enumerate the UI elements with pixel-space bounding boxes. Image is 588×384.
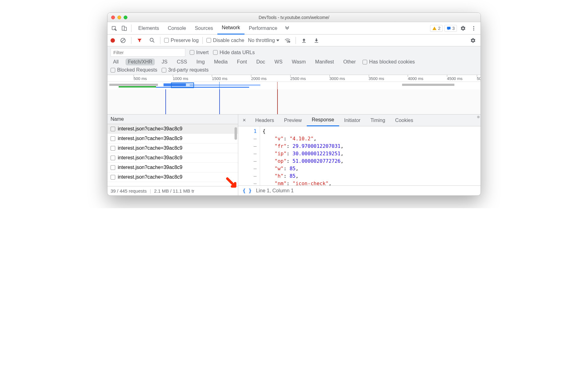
network-settings-icon[interactable]: [469, 36, 477, 45]
warnings-count: 2: [438, 26, 440, 31]
pretty-print-button[interactable]: { }: [243, 188, 252, 194]
svg-point-8: [150, 38, 153, 41]
kebab-menu-icon[interactable]: [469, 24, 478, 33]
messages-count: 3: [452, 26, 455, 31]
line-gutter: 1 –––– ––––: [238, 126, 260, 185]
file-icon: [111, 146, 115, 151]
inspect-icon[interactable]: [110, 24, 119, 33]
network-toolbar: Preserve log Disable cache No throttling: [107, 35, 481, 46]
cursor-position: Line 1, Column 1: [256, 188, 294, 194]
request-row[interactable]: interest.json?cache=39ac8c9: [107, 134, 238, 143]
detail-tab-cookies[interactable]: Cookies: [390, 115, 418, 126]
requests-status: 39 / 445 requests | 2.1 MB / 11.1 MB tr: [107, 186, 238, 195]
preserve-log-checkbox[interactable]: Preserve log: [164, 38, 199, 43]
network-conditions-icon[interactable]: [283, 36, 292, 45]
record-button[interactable]: [111, 38, 115, 43]
request-row[interactable]: interest.json?cache=39ac8c9: [107, 153, 238, 163]
request-row[interactable]: interest.json?cache=39ac8c9: [107, 163, 238, 172]
svg-rect-3: [447, 27, 451, 29]
detail-panel: × Headers Preview Response Initiator Tim…: [238, 115, 481, 195]
filter-type-ws[interactable]: WS: [272, 59, 285, 65]
timeline-overview[interactable]: 500 ms 1000 ms 1500 ms 2000 ms 2500 ms 3…: [107, 75, 481, 115]
hide-data-urls-checkbox[interactable]: Hide data URLs: [213, 50, 255, 55]
filter-type-other[interactable]: Other: [341, 59, 358, 65]
svg-point-4: [473, 26, 474, 27]
file-icon: [111, 175, 115, 180]
filter-type-wasm[interactable]: Wasm: [289, 59, 308, 65]
tab-performance[interactable]: Performance: [244, 22, 282, 35]
bottom-split: Name interest.json?cache=39ac8c9 interes…: [107, 115, 481, 195]
filter-type-js[interactable]: JS: [159, 59, 170, 65]
filter-type-doc[interactable]: Doc: [254, 59, 268, 65]
detail-tab-headers[interactable]: Headers: [250, 115, 279, 126]
invert-checkbox[interactable]: Invert: [190, 50, 209, 55]
svg-point-9: [287, 41, 287, 42]
file-icon: [111, 156, 115, 160]
request-row[interactable]: interest.json?cache=39ac8c9: [107, 172, 238, 182]
tab-console[interactable]: Console: [164, 22, 191, 35]
window: DevTools - tv.youtube.com/welcome/ Eleme…: [107, 12, 481, 196]
more-tabs-icon[interactable]: [283, 24, 292, 33]
filter-type-font[interactable]: Font: [235, 59, 249, 65]
file-icon: [111, 136, 115, 141]
status-transfer: 2.1 MB / 11.1 MB tr: [154, 188, 194, 194]
download-har-icon[interactable]: [312, 36, 321, 45]
svg-rect-2: [124, 27, 126, 30]
tab-elements[interactable]: Elements: [134, 22, 164, 35]
window-title: DevTools - tv.youtube.com/welcome/: [107, 15, 481, 20]
filter-type-all[interactable]: All: [111, 59, 121, 65]
request-row[interactable]: interest.json?cache=39ac8c9: [107, 143, 238, 153]
tab-sources[interactable]: Sources: [190, 22, 217, 35]
filter-type-img[interactable]: Img: [194, 59, 207, 65]
settings-icon[interactable]: [459, 24, 467, 33]
tab-network[interactable]: Network: [217, 22, 244, 35]
filter-input[interactable]: [111, 48, 185, 57]
messages-badge[interactable]: 3: [444, 25, 457, 32]
svg-rect-11: [302, 42, 306, 43]
filter-type-manifest[interactable]: Manifest: [313, 59, 336, 65]
filter-type-fetchxhr[interactable]: Fetch/XHR: [126, 59, 155, 65]
clear-button[interactable]: [119, 36, 127, 45]
svg-point-6: [473, 29, 474, 30]
detail-status: { } Line 1, Column 1: [238, 185, 481, 195]
detail-tab-response[interactable]: Response: [307, 115, 339, 126]
upload-har-icon[interactable]: [300, 36, 308, 45]
requests-header: Name: [107, 115, 238, 124]
device-toggle-icon[interactable]: [120, 24, 129, 33]
panel-tabs: Elements Console Sources Network Perform…: [134, 22, 282, 35]
blocked-requests-checkbox[interactable]: Blocked Requests: [111, 67, 157, 73]
file-icon: [111, 127, 115, 131]
svg-rect-12: [315, 42, 318, 43]
requests-list[interactable]: interest.json?cache=39ac8c9 interest.jso…: [107, 124, 238, 186]
disable-cache-checkbox[interactable]: Disable cache: [206, 38, 244, 43]
warnings-badge[interactable]: 2: [430, 25, 443, 32]
close-icon[interactable]: ×: [238, 117, 250, 124]
response-code[interactable]: 1 –––– –––– { "v": "4.10.2", "fr": 29.97…: [238, 126, 481, 185]
detail-tab-timing[interactable]: Timing: [365, 115, 390, 126]
status-requests: 39 / 445 requests: [111, 188, 147, 194]
requests-panel: Name interest.json?cache=39ac8c9 interes…: [107, 115, 238, 195]
request-row[interactable]: interest.json?cache=39ac8c9: [107, 124, 238, 134]
detail-tab-preview[interactable]: Preview: [279, 115, 307, 126]
throttling-select[interactable]: No throttling: [248, 38, 279, 43]
titlebar: DevTools - tv.youtube.com/welcome/: [107, 13, 481, 22]
detail-tabs: × Headers Preview Response Initiator Tim…: [238, 115, 481, 126]
file-icon: [111, 165, 115, 170]
svg-point-5: [473, 28, 474, 29]
filter-bar: Invert Hide data URLs All Fetch/XHR JS C…: [107, 46, 481, 75]
detail-tab-initiator[interactable]: Initiator: [339, 115, 365, 126]
search-icon[interactable]: [148, 36, 156, 45]
panel-tabbar: Elements Console Sources Network Perform…: [107, 22, 481, 35]
filter-type-media[interactable]: Media: [211, 59, 230, 65]
has-blocked-cookies-checkbox[interactable]: Has blocked cookies: [363, 59, 415, 65]
filter-icon[interactable]: [135, 36, 144, 45]
filter-type-css[interactable]: CSS: [174, 59, 190, 65]
third-party-checkbox[interactable]: 3rd-party requests: [162, 67, 209, 73]
